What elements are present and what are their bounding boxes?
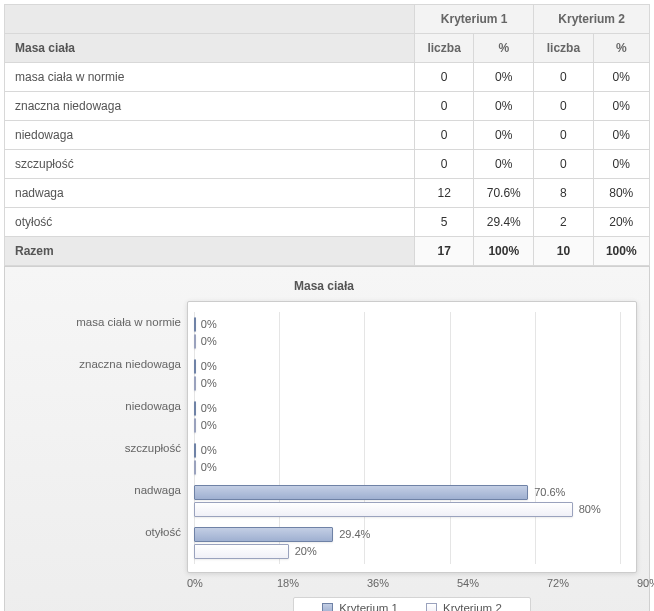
cell: 12 [415,179,474,208]
chart-value-label: 0% [197,376,217,391]
cell: 0% [593,63,649,92]
chart-value-label: 20% [291,544,317,559]
cell: 0 [415,121,474,150]
cell: 0% [474,121,534,150]
cell: 0 [534,63,593,92]
legend-label: Kryterium 1 [339,602,398,611]
cell: 0 [415,63,474,92]
chart-bar-group: 70.6%80% [194,480,620,522]
table-row: otyłość529.4%220% [5,208,650,237]
chart-x-tick: 18% [277,577,367,589]
legend-swatch [426,603,437,612]
table-total-row: Razem17100%10100% [5,237,650,266]
chart-bar [194,334,196,349]
table-row: masa ciała w normie00%00% [5,63,650,92]
row-label: nadwaga [5,179,415,208]
chart-bar-group: 0%0% [194,438,620,480]
cell: 0 [415,150,474,179]
table-row: niedowaga00%00% [5,121,650,150]
col-group-2: Kryterium 2 [534,5,650,34]
cell: 100% [593,237,649,266]
chart-bar [194,359,196,374]
chart-x-tick: 54% [457,577,547,589]
cell: 2 [534,208,593,237]
cell: 0% [474,150,534,179]
cell: 29.4% [474,208,534,237]
cell: 20% [593,208,649,237]
legend-swatch [322,603,333,612]
chart-legend-item: Kryterium 1 [322,602,398,611]
chart-bar-group: 0%0% [194,312,620,354]
chart-plot-area: 0%0%0%0%0%0%0%0%70.6%80%29.4%20% [187,301,637,573]
chart-value-label: 0% [197,359,217,374]
row-label: znaczna niedowaga [5,92,415,121]
chart-category-label: nadwaga [11,469,187,511]
chart-x-tick: 72% [547,577,637,589]
chart-bar [194,460,196,475]
chart-bar [194,418,196,433]
chart-category-label: szczupłość [11,427,187,469]
cell: 0% [474,63,534,92]
chart-category-label: masa ciała w normie [11,301,187,343]
cell: 0 [534,92,593,121]
cell: 8 [534,179,593,208]
cell: 0% [593,121,649,150]
col-group-1: Kryterium 1 [415,5,534,34]
cell: 70.6% [474,179,534,208]
chart-category-label: znaczna niedowaga [11,343,187,385]
cell: 0 [534,121,593,150]
table-row: znaczna niedowaga00%00% [5,92,650,121]
cell: 0 [534,150,593,179]
chart-value-label: 0% [197,418,217,433]
chart-category-label: otyłość [11,511,187,553]
chart-value-label: 0% [197,334,217,349]
data-table: Kryterium 1 Kryterium 2 Masa ciała liczb… [4,4,650,266]
chart-value-label: 70.6% [530,485,565,500]
chart-x-tick: 0% [187,577,277,589]
row-label: Razem [5,237,415,266]
chart-bar-group: 29.4%20% [194,522,620,564]
row-label: niedowaga [5,121,415,150]
chart-x-tick: 36% [367,577,457,589]
cell: 0 [415,92,474,121]
table-row: szczupłość00%00% [5,150,650,179]
sub-header: % [593,34,649,63]
row-label: otyłość [5,208,415,237]
cell: 17 [415,237,474,266]
chart-bar [194,485,528,500]
chart-bar-group: 0%0% [194,396,620,438]
chart-title: Masa ciała [11,279,637,293]
cell: 0% [474,92,534,121]
sub-header: % [474,34,534,63]
chart-value-label: 80% [575,502,601,517]
chart-bar [194,376,196,391]
cell: 0% [593,150,649,179]
table-row: nadwaga1270.6%880% [5,179,650,208]
row-label: masa ciała w normie [5,63,415,92]
chart-bar [194,443,196,458]
cell: 10 [534,237,593,266]
chart-value-label: 0% [197,317,217,332]
chart-bar [194,502,573,517]
chart-bar-group: 0%0% [194,354,620,396]
chart-bar [194,401,196,416]
chart-value-label: 0% [197,401,217,416]
sub-header: liczba [415,34,474,63]
chart-bar [194,317,196,332]
cell: 100% [474,237,534,266]
row-label: szczupłość [5,150,415,179]
cell: 0% [593,92,649,121]
cell: 5 [415,208,474,237]
chart-value-label: 0% [197,443,217,458]
chart-legend: Kryterium 1Kryterium 2 [187,597,637,611]
chart-panel: Masa ciała masa ciała w normieznaczna ni… [4,266,650,611]
chart-value-label: 29.4% [335,527,370,542]
chart-bar [194,527,333,542]
legend-label: Kryterium 2 [443,602,502,611]
chart-legend-item: Kryterium 2 [426,602,502,611]
sub-header: liczba [534,34,593,63]
chart-bar [194,544,289,559]
chart-category-label: niedowaga [11,385,187,427]
chart-value-label: 0% [197,460,217,475]
cell: 80% [593,179,649,208]
